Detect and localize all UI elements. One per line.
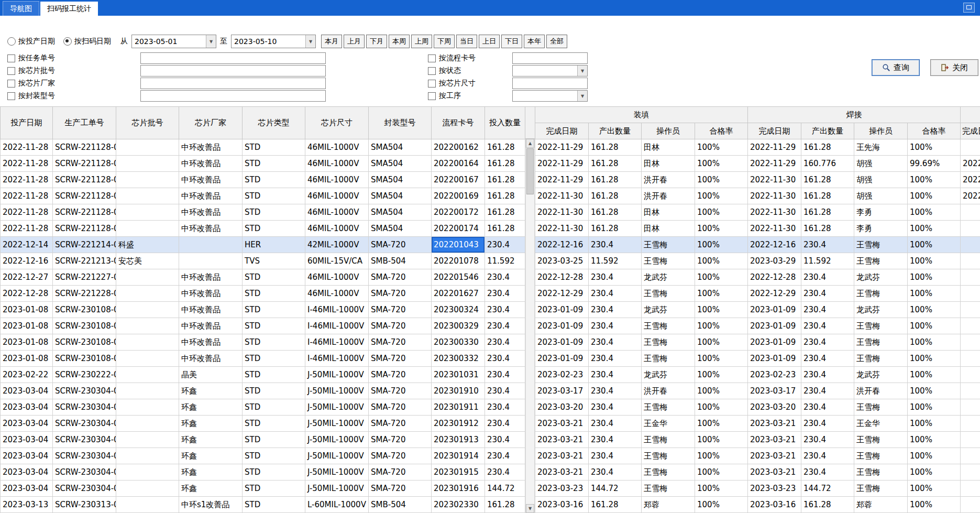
cell[interactable] [116, 432, 179, 448]
table-row[interactable]: 2023-01-09230.4王雪梅100%2023-01-09230.4王雪梅… [535, 318, 980, 334]
table-row[interactable]: 2022-11-28SCRW-221128-040中环改善品STD46MIL-1… [1, 204, 525, 221]
cell[interactable]: 科盛 [116, 237, 179, 253]
cell[interactable]: 161.28 [589, 497, 642, 513]
table-row[interactable]: 2022-11-30161.28洪开春100%2022-11-30161.28胡… [535, 188, 980, 204]
cell[interactable]: 100% [695, 448, 748, 464]
table-row[interactable]: 2022-11-28SCRW-221128-040中环改善品STD46MIL-1… [1, 221, 525, 237]
column-header-input-qty[interactable]: 投入数量 [485, 107, 525, 139]
cell[interactable]: STD [243, 286, 305, 302]
table-row[interactable]: 2022-11-29161.28田林100%2022-11-29161.28王先… [535, 139, 980, 156]
cell[interactable]: STD [243, 464, 305, 481]
cell[interactable]: SMA-720 [369, 383, 432, 399]
cell[interactable] [961, 221, 980, 237]
cell[interactable]: 中环改善品 [179, 221, 243, 237]
cell[interactable]: 100% [695, 416, 748, 432]
cell[interactable]: 230.4 [801, 334, 854, 351]
cell[interactable]: 230.4 [801, 383, 854, 399]
cell[interactable]: SCRW-221128-040 [53, 221, 116, 237]
cell[interactable]: 161.28 [801, 172, 854, 188]
chevron-down-icon[interactable]: ▼ [577, 66, 587, 76]
cell[interactable]: 2022-12-28 [1, 286, 53, 302]
table-row[interactable]: 2023-01-08SCRW-230108-002中环改善品STDI-46MIL… [1, 351, 525, 367]
cell[interactable]: 144.72 [801, 481, 854, 497]
cell[interactable]: 2022-11-30 [748, 221, 801, 237]
cell[interactable]: 2022-11-28 [1, 156, 53, 172]
cell[interactable]: 161.28 [589, 156, 642, 172]
table-row[interactable]: 2023-03-13SCRW-230313-024中环s1改善品STDL-60M… [1, 497, 525, 513]
cell[interactable]: SCRW-221128-040 [53, 172, 116, 188]
cell[interactable]: 2023-01-08 [1, 302, 53, 318]
cell[interactable]: 161.28 [589, 188, 642, 204]
table-row[interactable]: 2023-03-20230.4王雪梅100%2023-03-20230.4王雪梅… [535, 399, 980, 416]
table-row[interactable]: 2023-03-04SCRW-230304-019环鑫STDJ-50MIL-10… [1, 481, 525, 497]
cell[interactable]: SCRW-230222-014 [53, 367, 116, 383]
cell[interactable]: SMA-720 [369, 432, 432, 448]
cell[interactable]: SCRW-221214-048 [53, 237, 116, 253]
cell[interactable]: 202301913 [432, 432, 485, 448]
cell[interactable]: 161.28 [801, 188, 854, 204]
cell[interactable]: 2023-03-21 [535, 432, 589, 448]
cell[interactable]: 230.4 [485, 383, 525, 399]
table-row[interactable]: 2023-01-08SCRW-230108-002中环改善品STDI-46MIL… [1, 302, 525, 318]
cell[interactable]: SMA-720 [369, 399, 432, 416]
checkbox-process[interactable]: 按工序 [428, 90, 461, 102]
table-row[interactable]: 2023-03-21230.4王雪梅100%2023-03-21230.4王雪梅… [535, 432, 980, 448]
cell[interactable] [961, 448, 980, 464]
cell[interactable]: 161.28 [589, 204, 642, 221]
table-row[interactable]: 2023-03-21230.4王雪梅100%2023-03-21230.4王雪梅… [535, 448, 980, 464]
table-row[interactable]: 2023-01-09230.4王雪梅100%2023-01-09230.4王雪梅… [535, 351, 980, 367]
cell[interactable]: SCRW-221128-040 [53, 204, 116, 221]
table-row[interactable]: 2022-11-30161.28田林100%2022-11-30161.28李勇… [535, 204, 980, 221]
cell[interactable]: 龙武芬 [854, 302, 908, 318]
cell[interactable]: 161.28 [485, 156, 525, 172]
column-header-chip-vendor[interactable]: 芯片厂家 [179, 107, 243, 139]
cell[interactable]: 100% [908, 221, 961, 237]
cell[interactable]: STD [243, 448, 305, 464]
cell[interactable]: 230.4 [485, 432, 525, 448]
cell[interactable]: 王雪梅 [854, 448, 908, 464]
cell[interactable]: SMA-720 [369, 334, 432, 351]
cell[interactable] [116, 139, 179, 156]
table-row[interactable]: 2023-03-21230.4王雪梅100%2023-03-21230.4王雪梅… [535, 464, 980, 481]
cell[interactable]: STD [243, 139, 305, 156]
cell[interactable]: 王金华 [854, 416, 908, 432]
cell[interactable]: 161.28 [485, 221, 525, 237]
cell[interactable]: STD [243, 269, 305, 286]
cell[interactable]: 230.4 [485, 399, 525, 416]
quick-this-year-button[interactable]: 本年 [524, 35, 545, 48]
cell[interactable]: 100% [695, 204, 748, 221]
cell[interactable]: 46MIL-1000V [305, 269, 369, 286]
cell[interactable]: 230.4 [801, 432, 854, 448]
cell[interactable]: 100% [695, 383, 748, 399]
column-header-weld-operator[interactable]: 操作员 [854, 123, 908, 139]
cell[interactable] [961, 269, 980, 286]
cell[interactable]: STD [243, 416, 305, 432]
cell[interactable]: 100% [908, 172, 961, 188]
tab-navigation-map[interactable]: 导航图 [3, 1, 39, 16]
cell[interactable]: 161.28 [485, 172, 525, 188]
cell[interactable]: J-50MIL-1000V [305, 464, 369, 481]
table-row[interactable]: 2022-11-28SCRW-221128-040中环改善品STD46MIL-1… [1, 139, 525, 156]
cell[interactable]: SMA-720 [369, 481, 432, 497]
cell[interactable]: 230.4 [589, 416, 642, 432]
cell[interactable]: 2022-11-30 [535, 188, 589, 204]
cell[interactable] [116, 188, 179, 204]
table-row[interactable]: 2022-11-30161.28田林100%2022-11-30161.28李勇… [535, 221, 980, 237]
cell[interactable]: 中环改善品 [179, 269, 243, 286]
cell[interactable]: 2022-12-28 [748, 269, 801, 286]
cell[interactable]: SMA-720 [369, 302, 432, 318]
cell[interactable]: 100% [695, 318, 748, 334]
column-header-chip-size[interactable]: 芯片尺寸 [305, 107, 369, 139]
cell[interactable]: 202301915 [432, 464, 485, 481]
cell[interactable] [961, 139, 980, 156]
cell[interactable]: 2023-03-04 [1, 383, 53, 399]
cell[interactable]: 202201627 [432, 286, 485, 302]
cell[interactable]: 100% [695, 367, 748, 383]
column-header-overflow[interactable]: 完成日期 [961, 123, 980, 139]
cell[interactable]: 龙武芬 [642, 269, 695, 286]
cell[interactable]: 100% [695, 432, 748, 448]
cell[interactable]: 100% [695, 286, 748, 302]
cell[interactable]: 230.4 [589, 351, 642, 367]
cell[interactable] [961, 481, 980, 497]
cell[interactable]: 161.28 [801, 139, 854, 156]
